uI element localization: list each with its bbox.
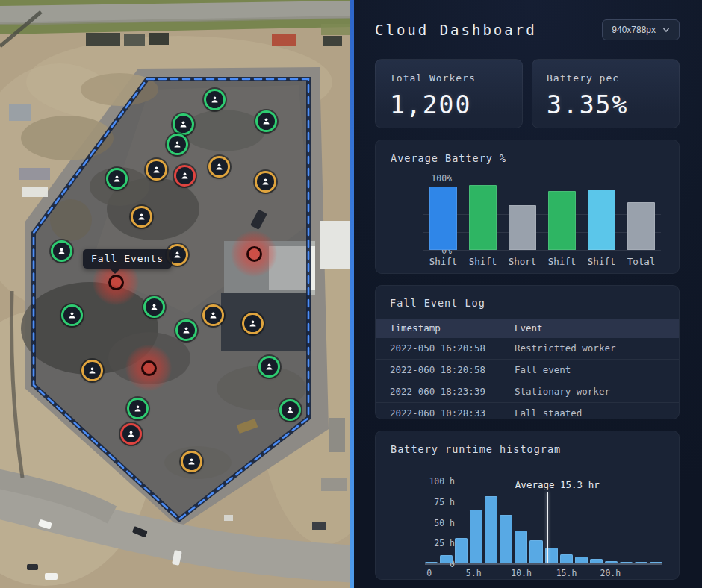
battery-runtime-histogram: 100 h75 h50 h25 h0Average 15.3 hr 05.h10… — [391, 461, 664, 575]
person-icon — [133, 404, 143, 413]
worker-marker-green[interactable] — [61, 304, 83, 326]
worker-marker-yellow[interactable] — [81, 360, 103, 381]
person-icon — [248, 319, 258, 328]
x-axis-tick: 15.h — [556, 568, 577, 578]
resolution-select[interactable]: 702x588px — [602, 19, 680, 40]
worker-marker-green[interactable] — [167, 134, 188, 155]
fall-events-tooltip: Fall Events — [83, 249, 172, 269]
worker-marker-yellow[interactable] — [208, 156, 230, 178]
log-event: Fall staated — [515, 407, 665, 419]
stat-value: 1,200 — [390, 90, 508, 119]
person-icon — [137, 212, 146, 222]
log-timestamp: 2022-060 18:23:39 — [390, 386, 515, 397]
stat-cards: Total Workers 1,200 Battery pec 3.35% — [375, 59, 680, 128]
x-axis-tick: 10.h — [511, 568, 532, 578]
worker-marker-green[interactable] — [127, 398, 149, 419]
histogram-title: Battery runtime histogram — [391, 443, 664, 455]
histogram-bar — [500, 515, 512, 563]
x-axis-label: Shift — [583, 256, 621, 267]
fall-events-tooltip-label: Fall Events — [91, 253, 164, 264]
worker-marker-green[interactable] — [106, 168, 128, 190]
bar-shift — [429, 187, 457, 250]
log-row: 2022-050 16:20:58Restrictted worker — [376, 338, 679, 360]
stat-label: Battery pec — [547, 72, 665, 84]
log-timestamp: 2022-060 10:28:33 — [390, 407, 515, 419]
bar-shift — [548, 191, 576, 250]
person-icon — [112, 174, 122, 184]
histogram-bar — [440, 555, 453, 563]
log-table-body: 2022-050 16:20:58Restrictted worker2022-… — [376, 338, 679, 419]
bar-shift — [588, 190, 615, 250]
person-icon — [178, 119, 188, 129]
histogram-bar — [485, 496, 497, 563]
person-icon — [187, 457, 196, 466]
dashboard-header: Cloud Dashboard 702x588px — [375, 19, 680, 40]
x-axis-tick: 0 — [426, 568, 432, 578]
person-icon — [180, 171, 190, 181]
worker-marker-red[interactable] — [174, 165, 196, 187]
worker-marker-green[interactable] — [143, 296, 165, 318]
person-icon — [149, 302, 159, 312]
stat-value: 3.35% — [547, 90, 665, 119]
worker-marker-yellow[interactable] — [202, 304, 224, 326]
worker-marker-green[interactable] — [176, 319, 197, 341]
worker-marker-green[interactable] — [173, 113, 194, 135]
stat-label: Total Workers — [390, 72, 508, 84]
fall-event-marker[interactable] — [125, 345, 172, 391]
dashboard-panel: Cloud Dashboard 702x588px Total Workers … — [354, 0, 702, 588]
worker-marker-yellow[interactable] — [146, 159, 167, 181]
log-timestamp: 2022-050 16:20:58 — [390, 343, 515, 354]
histogram-bar — [575, 557, 588, 563]
person-icon — [208, 310, 218, 320]
person-icon — [87, 366, 97, 375]
worker-marker-green[interactable] — [51, 240, 72, 262]
chevron-down-icon — [662, 26, 670, 34]
worker-marker-yellow[interactable] — [181, 451, 202, 472]
worker-marker-yellow[interactable] — [131, 206, 152, 228]
person-icon — [173, 140, 182, 149]
person-icon — [57, 246, 66, 256]
battery-runtime-histogram-card: Battery runtime histogram 100 h75 h50 h2… — [375, 431, 680, 580]
x-axis-tick: 20.h — [600, 568, 621, 578]
histogram-bar — [620, 562, 633, 563]
average-annotation: Average 15.3 hr — [515, 479, 600, 490]
histogram-bar — [455, 538, 468, 563]
histogram-bar — [529, 540, 542, 563]
cloud-dashboard-app: Fall Events Cloud Dashboard 702x588px To… — [0, 0, 702, 588]
bar-shift — [469, 185, 497, 250]
log-row: 2022-060 18:20:58Fall event — [376, 360, 679, 381]
resolution-select-value: 702x588px — [612, 25, 656, 35]
fall-event-marker[interactable] — [231, 231, 277, 277]
worker-marker-green[interactable] — [204, 89, 226, 110]
person-icon — [261, 177, 270, 187]
marker-layer — [0, 0, 350, 588]
fall-event-log-card: Fall Event Log Timestamp Event 2022-050 … — [375, 285, 680, 419]
log-event: Stationary worker — [515, 386, 665, 397]
histogram-bar — [470, 510, 482, 563]
x-axis-tick: 5.h — [466, 568, 482, 578]
average-line — [547, 492, 548, 563]
worker-marker-yellow[interactable] — [242, 313, 264, 334]
worker-marker-green[interactable] — [258, 356, 280, 378]
bar-total — [627, 202, 655, 250]
x-axis-label: Shift — [464, 256, 503, 267]
histogram-bar — [515, 531, 527, 563]
bar-short — [509, 205, 536, 250]
person-icon — [264, 362, 274, 372]
column-header-event: Event — [515, 322, 665, 334]
worker-marker-green[interactable] — [279, 399, 301, 421]
log-event: Restrictted worker — [515, 343, 665, 354]
worker-marker-red[interactable] — [120, 423, 142, 445]
person-icon — [210, 95, 220, 104]
x-axis-label: Total — [622, 256, 661, 267]
worker-marker-green[interactable] — [255, 110, 277, 132]
page-title: Cloud Dashboard — [375, 22, 537, 38]
site-map[interactable]: Fall Events — [0, 0, 350, 588]
x-axis-label: Short — [503, 256, 542, 267]
worker-marker-yellow[interactable] — [255, 171, 276, 193]
histogram-bar — [635, 562, 647, 563]
log-title: Fall Event Log — [376, 297, 679, 309]
log-row: 2022-060 10:28:33Fall staated — [376, 403, 679, 419]
person-icon — [181, 325, 191, 335]
stat-card-battery-pec: Battery pec 3.35% — [532, 59, 680, 128]
